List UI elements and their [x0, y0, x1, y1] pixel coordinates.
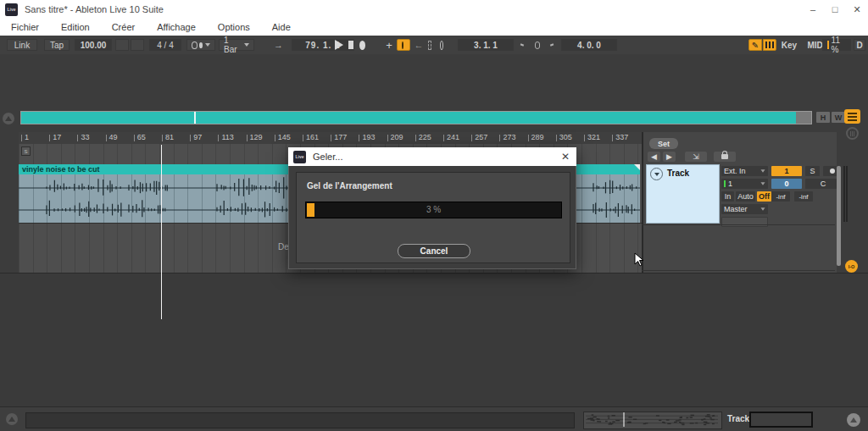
beat-label: 129: [250, 133, 263, 141]
lock-envelopes-button[interactable]: [714, 152, 736, 162]
status-message-field: [25, 412, 575, 428]
beat-label: 17: [53, 133, 61, 141]
menu-item-creer[interactable]: Créer: [101, 22, 147, 32]
overdub-button[interactable]: +: [383, 39, 395, 51]
optimize-height-button[interactable]: H: [816, 112, 830, 123]
track-meter: [843, 166, 848, 222]
loop-toggle[interactable]: [531, 39, 544, 51]
loop-length-field[interactable]: 4. 0. 0: [561, 39, 617, 51]
beat-label: 273: [503, 133, 515, 141]
beat-label: 193: [362, 133, 375, 141]
computer-midi-keyboard-button[interactable]: [763, 39, 776, 51]
re-enable-automation-button[interactable]: ←: [414, 39, 424, 51]
help-button[interactable]: [847, 413, 860, 427]
nudge-up-button[interactable]: [131, 39, 144, 51]
monitor-in-button[interactable]: In: [721, 191, 734, 202]
close-button[interactable]: ✕: [846, 0, 868, 19]
track-header[interactable]: Track: [646, 164, 720, 224]
status-bar: Track: [0, 406, 868, 431]
overview-view-split: [194, 112, 196, 124]
optimize-width-button[interactable]: W: [832, 112, 845, 123]
send-a-field[interactable]: -inf: [771, 191, 790, 202]
beat-label: 305: [559, 133, 572, 141]
vertical-scrollbar[interactable]: [837, 166, 841, 266]
minimize-button[interactable]: –: [802, 0, 824, 19]
clip-fade-handle[interactable]: [634, 164, 640, 170]
link-button[interactable]: Link: [7, 39, 37, 51]
beat-label: 49: [109, 133, 118, 141]
key-map-button[interactable]: Key: [778, 39, 800, 51]
progress-percent: 3 %: [306, 205, 561, 214]
menu-item-aide[interactable]: Aide: [261, 22, 302, 32]
nudge-down-button[interactable]: [115, 39, 129, 51]
input-channel-chooser[interactable]: 1: [721, 179, 768, 189]
maximize-button[interactable]: □: [824, 0, 846, 19]
menu-item-fichier[interactable]: Fichier: [0, 22, 50, 32]
mixer-section-icon[interactable]: [846, 127, 859, 140]
draw-mode-button[interactable]: ✎: [748, 39, 762, 51]
dialog-titlebar[interactable]: Live Geler... ✕: [288, 147, 576, 166]
dialog-body: Gel de l'Arrangement 3 % Cancel: [288, 166, 576, 269]
capture-midi-button[interactable]: [424, 39, 436, 51]
track-activator-button[interactable]: 1: [771, 166, 802, 176]
arrangement-minimap[interactable]: [583, 412, 722, 429]
follow-button[interactable]: →: [271, 39, 287, 51]
beat-label: 337: [615, 133, 628, 141]
arrangement-overview-bar[interactable]: [20, 111, 812, 124]
time-signature-field[interactable]: 4 / 4: [149, 39, 181, 51]
record-button[interactable]: [355, 39, 370, 51]
cancel-button[interactable]: Cancel: [398, 244, 470, 258]
beat-label: 161: [306, 133, 319, 141]
beat-label: 321: [587, 133, 600, 141]
punch-in-icon[interactable]: [516, 39, 528, 51]
metronome-toggle[interactable]: [186, 39, 215, 51]
menu-item-affichage[interactable]: Affichage: [146, 22, 207, 32]
output-chooser[interactable]: Master: [721, 204, 768, 214]
solo-button[interactable]: S: [805, 166, 820, 176]
spinner-icon: [3, 113, 14, 124]
pan-field[interactable]: C: [805, 179, 841, 189]
overview-menu-icon[interactable]: [844, 109, 860, 124]
dialog-close-button[interactable]: ✕: [561, 151, 570, 163]
io-toggle[interactable]: I-O: [845, 260, 858, 273]
punch-out-icon[interactable]: [546, 39, 558, 51]
track-fold-button[interactable]: [650, 168, 663, 180]
beat-label: 1: [25, 133, 29, 141]
marker-icon[interactable]: S: [21, 146, 31, 156]
track-delay-field[interactable]: [721, 217, 768, 227]
next-locator-button[interactable]: ▶: [663, 152, 676, 162]
beat-label: 81: [165, 133, 174, 141]
beat-label: 289: [531, 133, 544, 141]
loop-start-field[interactable]: 3. 1. 1: [458, 39, 514, 51]
automation-arm-button[interactable]: [397, 39, 410, 51]
tempo-field[interactable]: 100.00: [75, 39, 112, 51]
beat-label: 97: [193, 133, 202, 141]
monitor-auto-button[interactable]: Auto: [736, 191, 755, 202]
set-locator-button[interactable]: Set: [649, 138, 678, 149]
beat-label: 257: [475, 133, 487, 141]
beat-time-ruler[interactable]: 1173349658197113129145161177193209225241…: [19, 132, 642, 144]
track-name[interactable]: Track: [667, 169, 689, 178]
loop-link-button[interactable]: ⇲: [685, 152, 707, 162]
beat-label: 113: [221, 133, 233, 141]
monitor-off-button[interactable]: Off: [757, 191, 771, 202]
input-type-chooser[interactable]: Ext. In: [721, 166, 768, 176]
mouse-cursor: [634, 252, 644, 268]
volume-field[interactable]: 0: [771, 179, 802, 189]
drop-hint-text: De: [278, 242, 289, 251]
transport-bar: Link Tap 100.00 4 / 4 1 Bar → 79. 1. 2 +…: [0, 36, 868, 55]
overview-fill: [21, 112, 796, 124]
beat-label: 65: [137, 133, 146, 141]
menu-item-options[interactable]: Options: [207, 22, 261, 32]
tap-button[interactable]: Tap: [44, 39, 70, 51]
send-b-field[interactable]: -inf: [794, 191, 813, 202]
menu-item-edition[interactable]: Edition: [50, 22, 101, 32]
prev-locator-button[interactable]: ◀: [648, 152, 660, 162]
dialog-panel: Gel de l'Arrangement 3 % Cancel: [296, 172, 570, 263]
punch-toggle[interactable]: [436, 39, 448, 51]
beat-label: 241: [447, 133, 459, 141]
quantize-menu[interactable]: 1 Bar: [219, 39, 254, 51]
minimap-waveform: [584, 412, 720, 427]
disk-overload-indicator[interactable]: D: [854, 39, 865, 51]
dialog-live-logo-icon: Live: [293, 151, 306, 163]
